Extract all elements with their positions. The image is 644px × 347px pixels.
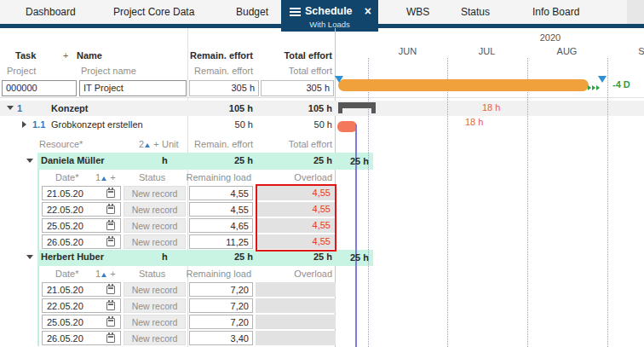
- remaining-load-header: Remaining load: [187, 172, 251, 182]
- subheader-project-name: Project name: [81, 66, 136, 76]
- status-cell[interactable]: New record: [124, 186, 186, 200]
- date-cell[interactable]: 26.05.20: [42, 234, 121, 249]
- calendar-icon[interactable]: [106, 222, 115, 230]
- date-value: 21.05.20: [47, 285, 83, 295]
- resource-unit[interactable]: h: [162, 155, 168, 165]
- tab-wbs[interactable]: WBS: [406, 6, 429, 18]
- status-col-header[interactable]: Status: [139, 172, 165, 182]
- date-cell[interactable]: 26.05.20: [42, 331, 121, 345]
- resource-remain: 25 h: [234, 252, 253, 262]
- resource-col-header[interactable]: Resource*: [39, 139, 83, 149]
- col-header-name[interactable]: Name: [77, 50, 102, 61]
- remaining-load-cell[interactable]: 7,20: [189, 315, 253, 329]
- slack-arrows-icon: [588, 82, 601, 92]
- remaining-load-cell[interactable]: 4,55: [189, 186, 253, 200]
- task-gantt-bar[interactable]: [337, 121, 357, 132]
- tab-schedule-active[interactable]: Schedule × With Loads: [281, 0, 378, 32]
- sort-order: 1: [95, 269, 101, 279]
- col-header-task[interactable]: Task: [15, 50, 36, 61]
- summary-task-gantt-bar[interactable]: [338, 102, 376, 108]
- resource-sort-indicator[interactable]: 2 +: [139, 139, 159, 149]
- remaining-load-cell[interactable]: 7,20: [189, 298, 253, 313]
- tab-budget[interactable]: Budget: [236, 6, 268, 18]
- month-gridline: [607, 58, 608, 347]
- status-cell[interactable]: New record: [124, 202, 186, 217]
- schedule-with-loads-view: Dashboard Project Core Data Budget WBS S…: [0, 0, 644, 347]
- calendar-icon[interactable]: [106, 238, 115, 246]
- remaining-load-cell[interactable]: 11,25: [189, 234, 253, 249]
- project-id-field[interactable]: 000000: [2, 80, 77, 96]
- status-cell[interactable]: New record: [124, 282, 186, 297]
- timeline-month-aug: AUG: [527, 46, 607, 56]
- overload-hours-label: 18 h: [465, 117, 483, 127]
- tab-status[interactable]: Status: [461, 6, 490, 18]
- remaining-load-cell[interactable]: 4,65: [189, 218, 253, 233]
- resource-name[interactable]: Herbert Huber: [41, 252, 104, 262]
- calendar-icon[interactable]: [106, 286, 115, 294]
- tab-info-board[interactable]: Info Board: [532, 6, 579, 18]
- add-column-icon[interactable]: +: [63, 50, 68, 61]
- calendar-icon[interactable]: [106, 302, 115, 310]
- date-value: 21.05.20: [47, 188, 83, 199]
- date-sort-indicator[interactable]: 1 +: [95, 269, 116, 279]
- date-cell[interactable]: 22.05.20: [42, 298, 121, 313]
- project-total-field[interactable]: 305 h: [261, 80, 334, 96]
- date-value: 25.05.20: [47, 221, 83, 231]
- collapse-icon-resource1[interactable]: [26, 159, 33, 163]
- tabbar-corner-box: [627, 0, 644, 24]
- close-icon[interactable]: ×: [365, 4, 371, 18]
- calendar-icon[interactable]: [106, 334, 115, 343]
- add-date-icon[interactable]: +: [110, 172, 115, 182]
- status-cell[interactable]: New record: [124, 218, 186, 233]
- calendar-icon[interactable]: [106, 189, 115, 198]
- date-col-header[interactable]: Date*: [55, 172, 79, 182]
- project-delta-label: -4 D: [612, 79, 630, 90]
- status-cell[interactable]: New record: [124, 315, 186, 329]
- remaining-load-cell[interactable]: 7,20: [189, 282, 253, 297]
- task-name[interactable]: Konzept: [51, 103, 88, 113]
- add-resource-icon[interactable]: +: [153, 139, 158, 149]
- expand-icon-task1-1[interactable]: [22, 121, 26, 128]
- resource-unit[interactable]: h: [162, 252, 168, 262]
- tab-dashboard[interactable]: Dashboard: [26, 6, 76, 18]
- date-cell[interactable]: 22.05.20: [42, 202, 121, 217]
- resource-name[interactable]: Daniela Müller: [41, 155, 105, 165]
- calendar-icon[interactable]: [106, 318, 115, 327]
- timeline-year-label: 2020: [511, 32, 589, 43]
- remaining-load-cell[interactable]: 3,40: [189, 331, 253, 345]
- project-gantt-bar[interactable]: [338, 79, 589, 91]
- timeline-month-jul: JUL: [447, 46, 526, 56]
- add-date-icon[interactable]: +: [110, 269, 115, 279]
- project-name-field[interactable]: IT Project: [79, 80, 187, 96]
- tab-project-core-data[interactable]: Project Core Data: [113, 6, 194, 18]
- col-header-remain[interactable]: Remain. effort: [190, 50, 253, 61]
- task-name[interactable]: Grobkonzept erstellen: [51, 119, 143, 130]
- subheader-remain: Remain. effort: [194, 66, 253, 76]
- active-tab-subtitle: With Loads: [281, 20, 378, 29]
- remaining-load-cell[interactable]: 4,55: [189, 202, 253, 217]
- date-value: 22.05.20: [47, 301, 83, 311]
- project-remain-field[interactable]: 305 h: [189, 80, 259, 96]
- month-gridline: [527, 58, 528, 347]
- date-cell[interactable]: 21.05.20: [42, 282, 121, 297]
- status-cell[interactable]: New record: [124, 298, 186, 313]
- month-gridline: [368, 58, 369, 347]
- calendar-icon[interactable]: [106, 205, 115, 214]
- hamburger-icon[interactable]: [290, 8, 301, 9]
- col-header-total[interactable]: Total effort: [284, 50, 332, 61]
- status-cell[interactable]: New record: [124, 234, 186, 249]
- date-value: 25.05.20: [47, 317, 83, 327]
- date-col-header[interactable]: Date*: [55, 269, 79, 279]
- date-cell[interactable]: 25.05.20: [42, 315, 121, 329]
- date-cell[interactable]: 21.05.20: [42, 186, 121, 200]
- collapse-icon-task1[interactable]: [7, 106, 14, 110]
- unit-col-header[interactable]: Unit: [162, 139, 179, 149]
- status-cell[interactable]: New record: [124, 331, 186, 345]
- overload-cell: [256, 282, 336, 297]
- date-cell[interactable]: 25.05.20: [42, 218, 121, 233]
- status-col-header[interactable]: Status: [139, 269, 165, 279]
- project-start-marker-icon[interactable]: [335, 76, 343, 83]
- collapse-icon-resource2[interactable]: [26, 255, 33, 259]
- sort-up-icon: [145, 143, 150, 147]
- date-sort-indicator[interactable]: 1 +: [95, 172, 116, 182]
